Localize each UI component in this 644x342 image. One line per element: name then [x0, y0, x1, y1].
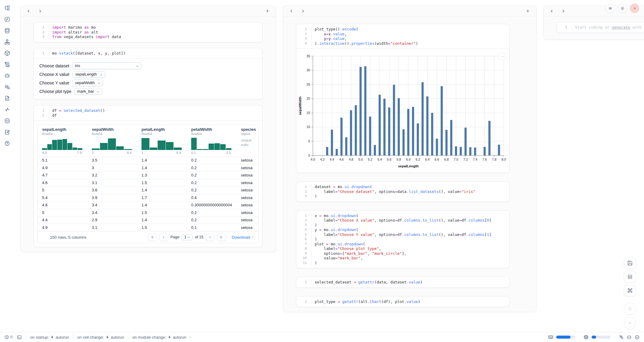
- first-page-button[interactable]: [148, 233, 157, 241]
- add-cell-button[interactable]: [264, 7, 271, 15]
- table-row[interactable]: 4.73.21.30.2setosa: [38, 171, 258, 179]
- close-button[interactable]: [630, 4, 639, 13]
- chart-actions-button[interactable]: [498, 52, 506, 60]
- memory-usage-bar: [556, 336, 575, 339]
- column-prev-button[interactable]: [25, 7, 32, 15]
- table-row[interactable]: 4.63.41.40.30000000000000004setosa: [38, 201, 258, 209]
- sidebar-item-help[interactable]: [3, 140, 11, 148]
- copilot-button[interactable]: [627, 335, 632, 340]
- code-editor[interactable]: 1Start coding or generate with AI.: [557, 22, 644, 33]
- generate-with-ai-link[interactable]: generate: [612, 25, 630, 30]
- table-header-row: sepalLengthfloat644.37.9sepalWidthfloat6…: [38, 125, 258, 156]
- sidebar-item-file-explorer[interactable]: [3, 4, 11, 13]
- last-page-button[interactable]: [217, 233, 226, 241]
- connection-status-button[interactable]: [635, 335, 640, 340]
- column-histogram[interactable]: [191, 137, 231, 150]
- activity-icon: [4, 107, 10, 113]
- fold-chevron-icon[interactable]: [307, 185, 310, 188]
- add-cell-button[interactable]: [524, 7, 531, 15]
- table-row[interactable]: 4.93.11.50.1setosa: [38, 224, 258, 231]
- errors-indicator[interactable]: 0: [4, 335, 13, 340]
- ai-assistant-button[interactable]: [619, 335, 624, 340]
- sidebar-item-dependencies[interactable]: [3, 38, 11, 47]
- runtime-setting[interactable]: on module change:autorun: [132, 335, 192, 340]
- choose-dataset-select[interactable]: iris: [72, 62, 141, 69]
- zap-icon: [50, 335, 54, 339]
- sidebar-item-documentation[interactable]: [3, 94, 11, 103]
- shortcuts-button[interactable]: [624, 285, 636, 296]
- table-row[interactable]: 5.13.51.40.2setosa: [38, 156, 258, 164]
- column-header-species[interactable]: speciesobjectunique:nulls:: [237, 125, 259, 156]
- choose-y-value-select[interactable]: sepalWidth: [72, 80, 103, 86]
- column-prev-button[interactable]: [288, 7, 295, 15]
- sidebar-item-packages[interactable]: [3, 49, 11, 58]
- table-row[interactable]: 5.43.91.70.4setosa: [38, 194, 258, 201]
- code-editor[interactable]: 1import marimo as mo2import altair as al…: [34, 22, 262, 42]
- svg-text:7.6: 7.6: [482, 158, 487, 161]
- table-row[interactable]: 4.42.91.40.2setosa: [38, 216, 258, 224]
- altair-bar-chart[interactable]: 4.04.24.44.64.85.05.25.45.65.86.06.26.46…: [298, 52, 508, 170]
- terminal-button[interactable]: [17, 335, 22, 340]
- code-editor[interactable]: 1x = mo.ui.dropdown(2 label="Choose X va…: [296, 211, 509, 268]
- code-editor[interactable]: 1dataset = mo.ui.dropdown(2 label="Choos…: [296, 182, 509, 201]
- table-row[interactable]: 53.61.40.2setosa: [38, 186, 258, 194]
- column-next-button[interactable]: [560, 7, 567, 15]
- choose-x-value-select[interactable]: sepalLength: [72, 71, 105, 78]
- fold-chevron-icon[interactable]: [307, 242, 310, 246]
- settings-button[interactable]: [618, 4, 627, 13]
- save-button[interactable]: [624, 257, 636, 269]
- menu-button[interactable]: [606, 4, 615, 13]
- code-editor[interactable]: 1df = selected_dataset()2df: [34, 105, 262, 120]
- ellipsis-icon: [500, 54, 505, 59]
- layout-button[interactable]: [624, 271, 636, 283]
- code-editor[interactable]: 1plot_type().encode(2 x=x.value,3 y=y.va…: [296, 24, 509, 48]
- svg-text:6.8: 6.8: [444, 158, 449, 161]
- runtime-setting[interactable]: on cell change:autorun: [77, 335, 124, 340]
- code-editor[interactable]: 1selected_dataset = getattr(data, datase…: [296, 277, 509, 287]
- runtime-setting[interactable]: on startup:autorun: [30, 335, 69, 340]
- sidebar-item-tracebacks[interactable]: [3, 106, 11, 114]
- prev-page-button[interactable]: [159, 233, 168, 241]
- code-editor[interactable]: 1mo.vstack([dataset, x, y, plot]): [34, 48, 262, 59]
- sidebar-item-variables[interactable]: [3, 16, 11, 24]
- sidebar-item-scripts[interactable]: [3, 61, 11, 69]
- cell-vstack: 1mo.vstack([dataset, x, y, plot]) Choose…: [34, 48, 263, 100]
- column-next-button[interactable]: [36, 7, 44, 15]
- page-select[interactable]: 1: [181, 234, 193, 240]
- column-histogram[interactable]: [141, 137, 182, 150]
- runtime-settings: on startup:autorunon cell change:autorun…: [22, 334, 192, 340]
- sidebar-item-logs[interactable]: [3, 83, 11, 92]
- table-cell: 3.6: [88, 188, 137, 192]
- column-prev-button[interactable]: [548, 7, 555, 15]
- table-row[interactable]: 53.41.50.2setosa: [38, 209, 258, 216]
- table-row[interactable]: 4.931.40.2setosa: [38, 164, 258, 172]
- table-cell: setosa: [237, 225, 259, 230]
- code-editor[interactable]: 1plot_type = getattr(alt.Chart(df), plot…: [296, 297, 509, 307]
- fold-chevron-icon[interactable]: [307, 27, 310, 31]
- next-page-button[interactable]: [206, 233, 215, 241]
- column-histogram[interactable]: [92, 137, 132, 150]
- column-histogram[interactable]: [42, 137, 82, 150]
- stop-button[interactable]: [624, 303, 636, 315]
- select-wrap: mark_bar: [74, 88, 102, 95]
- column-header-sepalWidth[interactable]: sepalWidthfloat6424.4: [88, 125, 137, 156]
- table-search-button[interactable]: [41, 235, 46, 240]
- sidebar-item-scratchpad[interactable]: [3, 128, 11, 137]
- column-next-button[interactable]: [299, 7, 306, 15]
- fold-chevron-icon[interactable]: [307, 214, 310, 217]
- column-header-sepalLength[interactable]: sepalLengthfloat644.37.9: [38, 125, 88, 156]
- fold-chevron-icon[interactable]: [307, 228, 310, 231]
- sidebar-item-chat[interactable]: [3, 72, 11, 80]
- download-button[interactable]: Download: [232, 235, 255, 240]
- run-button[interactable]: [624, 317, 636, 329]
- table-cell: 0.2: [187, 166, 237, 170]
- column-header-petalWidth[interactable]: petalWidthfloat640.12.5: [187, 125, 237, 156]
- page-count-label: of 15: [195, 235, 203, 239]
- sidebar-item-datasources[interactable]: [3, 27, 11, 35]
- line-number: 9: [296, 251, 311, 256]
- column-header-petalLength[interactable]: petalLengthfloat6416.9: [137, 125, 187, 156]
- right-action-rail: [624, 257, 636, 329]
- sidebar-item-snippets[interactable]: [3, 117, 11, 126]
- choose-plot-type-select[interactable]: mark_bar: [74, 88, 102, 95]
- table-row[interactable]: 4.63.11.50.2setosa: [38, 179, 258, 187]
